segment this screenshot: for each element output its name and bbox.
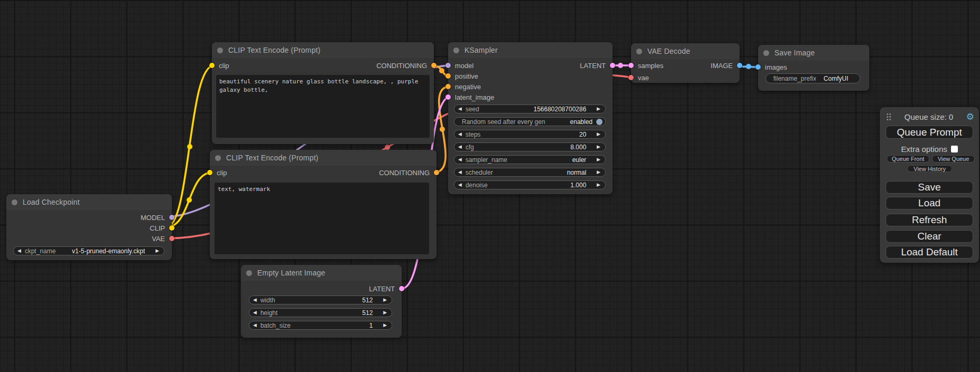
- increment-arrow-icon[interactable]: ▶: [593, 183, 605, 187]
- node-empty-latent-image[interactable]: Empty Latent Image LATENT ◀ width 512 ▶ …: [241, 265, 402, 338]
- drag-handle-icon[interactable]: [886, 113, 891, 121]
- node-clip-text-encode-negative[interactable]: CLIP Text Encode (Prompt) clip CONDITION…: [210, 150, 436, 259]
- input-slot-positive[interactable]: [445, 73, 451, 79]
- widget-value: ComfyUI: [823, 75, 860, 82]
- load-button[interactable]: Load: [886, 197, 973, 209]
- input-slot-negative[interactable]: [445, 84, 451, 89]
- widget-filename-prefix[interactable]: filename_prefix ComfyUI: [765, 73, 860, 83]
- increment-arrow-icon[interactable]: ▶: [380, 310, 392, 315]
- widget-label: Random seed after every gen: [454, 118, 545, 126]
- view-history-button[interactable]: View History: [907, 165, 952, 172]
- extra-options-checkbox[interactable]: [951, 146, 958, 152]
- node-collapse-dot[interactable]: [217, 47, 223, 53]
- node-title-bar[interactable]: Empty Latent Image: [241, 265, 402, 281]
- node-collapse-dot[interactable]: [453, 47, 459, 53]
- save-button[interactable]: Save: [886, 181, 973, 194]
- increment-arrow-icon[interactable]: ▶: [152, 249, 164, 253]
- prompt-textarea[interactable]: text, watermark: [215, 183, 429, 254]
- widget-sampler-name[interactable]: ◀ sampler_name euler ▶: [454, 155, 606, 164]
- decrement-arrow-icon[interactable]: ◀: [249, 323, 260, 328]
- widget-ckpt-name[interactable]: ◀ ckpt_name v1-5-pruned-emaonly.ckpt ▶: [13, 246, 164, 255]
- increment-arrow-icon[interactable]: ▶: [380, 298, 392, 302]
- toggle-dot[interactable]: [596, 119, 603, 125]
- node-title-bar[interactable]: CLIP Text Encode (Prompt): [210, 150, 436, 166]
- input-slot-latent-image[interactable]: [445, 94, 451, 100]
- input-slot-images[interactable]: [755, 64, 761, 70]
- widget-denoise[interactable]: ◀ denoise 1.000 ▶: [454, 180, 606, 189]
- output-slot-latent[interactable]: [399, 286, 404, 291]
- node-title-bar[interactable]: KSampler: [448, 42, 613, 58]
- decrement-arrow-icon[interactable]: ◀: [454, 170, 465, 175]
- input-slot-vae[interactable]: [628, 75, 634, 80]
- output-slot-model[interactable]: [169, 215, 174, 220]
- node-title: Load Checkpoint: [23, 198, 80, 206]
- node-save-image[interactable]: Save Image images filename_prefix ComfyU…: [758, 45, 869, 91]
- output-slot-clip[interactable]: [169, 225, 174, 231]
- decrement-arrow-icon[interactable]: ◀: [454, 107, 465, 111]
- widget-steps[interactable]: ◀ steps 20 ▶: [454, 130, 606, 139]
- view-queue-button[interactable]: View Queue: [932, 155, 975, 163]
- input-slot-samples[interactable]: [628, 63, 634, 68]
- widget-height[interactable]: ◀ height 512 ▶: [249, 308, 392, 317]
- node-collapse-dot[interactable]: [246, 270, 252, 276]
- decrement-arrow-icon[interactable]: ◀: [454, 145, 465, 149]
- node-title-bar[interactable]: Load Checkpoint: [6, 194, 172, 210]
- decrement-arrow-icon[interactable]: ◀: [249, 298, 260, 302]
- widget-label: sampler_name: [465, 156, 507, 164]
- node-clip-text-encode-positive[interactable]: CLIP Text Encode (Prompt) clip CONDITION…: [212, 42, 434, 144]
- node-vae-decode[interactable]: VAE Decode samples vae IMAGE: [631, 43, 740, 83]
- increment-arrow-icon[interactable]: ▶: [593, 157, 605, 162]
- decrement-arrow-icon[interactable]: ◀: [454, 157, 465, 162]
- gear-icon[interactable]: ⚙: [966, 112, 974, 121]
- node-ksampler[interactable]: KSampler model positive negative latent_…: [448, 42, 613, 194]
- widget-seed[interactable]: ◀ seed 156680208700286 ▶: [454, 104, 606, 113]
- refresh-button[interactable]: Refresh: [886, 214, 973, 226]
- decrement-arrow-icon[interactable]: ◀: [14, 249, 25, 253]
- output-slot-conditioning[interactable]: [431, 63, 436, 68]
- node-load-checkpoint[interactable]: Load Checkpoint MODEL CLIP VAE ◀ ckpt_na…: [6, 194, 172, 260]
- decrement-arrow-icon[interactable]: ◀: [454, 132, 465, 137]
- output-slot-vae[interactable]: [169, 236, 174, 241]
- node-title: CLIP Text Encode (Prompt): [228, 46, 321, 54]
- node-collapse-dot[interactable]: [215, 155, 221, 161]
- output-slot-image[interactable]: [737, 63, 742, 68]
- node-graph-canvas[interactable]: Load Checkpoint MODEL CLIP VAE ◀ ckpt_na…: [0, 0, 980, 372]
- node-title-bar[interactable]: Save Image: [758, 45, 869, 61]
- link-middot: [187, 197, 192, 203]
- decrement-arrow-icon[interactable]: ◀: [249, 310, 260, 315]
- increment-arrow-icon[interactable]: ▶: [593, 145, 605, 149]
- widget-random-seed-toggle[interactable]: Random seed after every gen enabled: [454, 117, 606, 126]
- increment-arrow-icon[interactable]: ▶: [380, 323, 392, 328]
- node-collapse-dot[interactable]: [12, 199, 17, 205]
- output-slot-latent[interactable]: [610, 63, 615, 68]
- input-slot-clip[interactable]: [209, 63, 215, 68]
- node-title-bar[interactable]: VAE Decode: [631, 43, 740, 59]
- queue-panel[interactable]: Queue size: 0 ⚙ Queue Prompt Extra optio…: [880, 107, 979, 263]
- queue-prompt-button[interactable]: Queue Prompt: [886, 126, 973, 139]
- widget-scheduler[interactable]: ◀ scheduler normal ▶: [454, 168, 606, 177]
- load-default-button[interactable]: Load Default: [886, 246, 973, 259]
- widget-cfg[interactable]: ◀ cfg 8.000 ▶: [454, 142, 606, 151]
- node-collapse-dot[interactable]: [636, 49, 642, 54]
- widget-label: seed: [465, 106, 479, 113]
- increment-arrow-icon[interactable]: ▶: [593, 170, 605, 175]
- output-slot-conditioning[interactable]: [434, 170, 439, 175]
- increment-arrow-icon[interactable]: ▶: [593, 132, 605, 137]
- output-label: LATENT: [580, 62, 606, 70]
- decrement-arrow-icon[interactable]: ◀: [454, 183, 465, 187]
- input-label: latent_image: [455, 93, 494, 101]
- clear-button[interactable]: Clear: [886, 230, 973, 243]
- node-collapse-dot[interactable]: [763, 50, 769, 56]
- widget-width[interactable]: ◀ width 512 ▶: [249, 295, 392, 304]
- input-slot-model[interactable]: [445, 63, 451, 68]
- widget-batch-size[interactable]: ◀ batch_size 1 ▶: [249, 321, 392, 330]
- input-label: positive: [455, 72, 478, 80]
- increment-arrow-icon[interactable]: ▶: [593, 107, 605, 111]
- input-label: model: [455, 62, 473, 70]
- output-label: IMAGE: [711, 62, 733, 70]
- widget-value: 20: [579, 131, 593, 138]
- input-slot-clip[interactable]: [207, 170, 212, 175]
- prompt-textarea[interactable]: beautiful scenery nature glass bottle la…: [216, 75, 430, 138]
- queue-front-button[interactable]: Queue Front: [887, 155, 929, 163]
- node-title-bar[interactable]: CLIP Text Encode (Prompt): [212, 42, 434, 58]
